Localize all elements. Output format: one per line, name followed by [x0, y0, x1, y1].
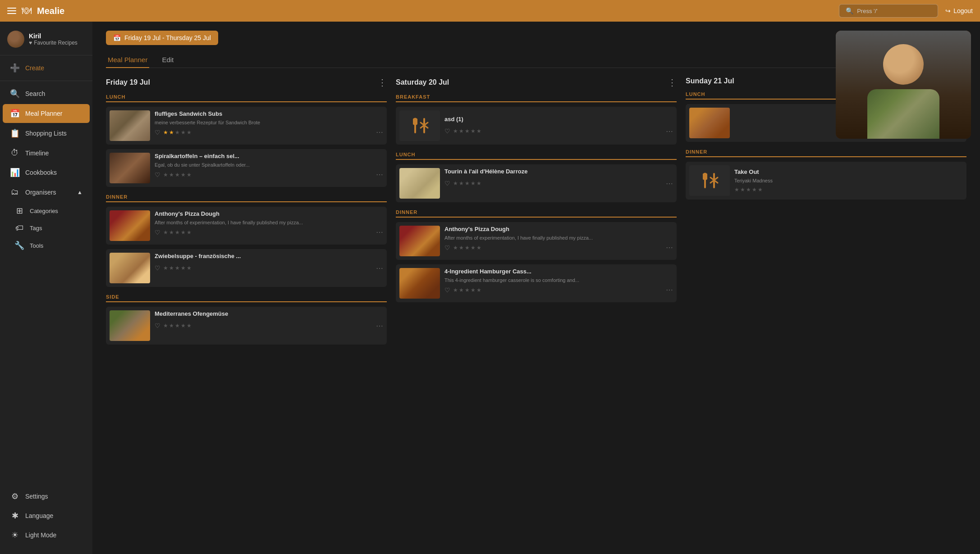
date-range-bar[interactable]: 📅 Friday 19 Jul - Thursday 25 Jul: [106, 31, 218, 45]
star-4: ★: [471, 180, 476, 186]
recipe-card-takeout[interactable]: Take Out Teriyaki Madness ★ ★ ★ ★ ★: [686, 162, 966, 200]
friday-lunch-label: LUNCH: [106, 94, 387, 102]
heart-button-zwiebel[interactable]: ♡: [155, 264, 160, 272]
sidebar-bottom: ⚙ Settings ✱ Language ☀ Light Mode: [0, 486, 92, 549]
heart-button-tourin[interactable]: ♡: [444, 180, 450, 187]
saturday-menu-button[interactable]: ⋮: [668, 77, 677, 88]
star-5: ★: [187, 229, 192, 236]
more-button-spiral[interactable]: ⋯: [376, 170, 383, 179]
menu-icon[interactable]: [7, 8, 16, 14]
recipe-desc-takeout: Teriyaki Madness: [734, 177, 963, 184]
more-button-tourin[interactable]: ⋯: [666, 179, 673, 188]
more-button-pizza2[interactable]: ⋯: [666, 243, 673, 252]
star-5: ★: [187, 322, 192, 329]
friday-lunch: LUNCH fluffiges Sandwich Subs meine verb…: [106, 94, 387, 187]
heart-button-pizza[interactable]: ♡: [155, 229, 160, 236]
more-button-asd[interactable]: ⋯: [666, 127, 673, 136]
sidebar-item-shopping-lists[interactable]: 📋 Shopping Lists: [3, 124, 90, 143]
recipe-info-zwiebel: Zwiebelsuppe - französische ... ♡ ★ ★ ★ …: [155, 253, 383, 283]
sidebar-item-meal-planner[interactable]: 📅 Meal Planner: [3, 104, 90, 123]
organisers-icon: 🗂: [10, 187, 20, 197]
star-5: ★: [187, 265, 192, 271]
tab-meal-planner[interactable]: Meal Planner: [106, 52, 149, 68]
recipe-thumb-hamburger: [399, 268, 440, 299]
heart-button-asd[interactable]: ♡: [444, 127, 450, 135]
shopping-lists-icon: 📋: [10, 128, 20, 138]
settings-icon: ⚙: [10, 491, 20, 501]
sidebar-item-tools[interactable]: 🔧 Tools: [7, 237, 90, 254]
organisers-submenu: ⊞ Categories 🏷 Tags 🔧 Tools: [0, 202, 92, 254]
sidebar-item-light-mode[interactable]: ☀ Light Mode: [3, 526, 90, 545]
recipe-card-pizza[interactable]: Anthony's Pizza Dough After months of ex…: [106, 207, 387, 245]
tab-edit[interactable]: Edit: [160, 52, 175, 68]
language-icon: ✱: [10, 511, 20, 521]
recipe-info-sandwich: fluffiges Sandwich Subs meine verbessert…: [155, 110, 383, 141]
recipe-info-takeout: Take Out Teriyaki Madness ★ ★ ★ ★ ★: [734, 168, 963, 192]
create-icon: ➕: [10, 63, 20, 73]
heart-button-mediter[interactable]: ♡: [155, 322, 160, 329]
friday-menu-button[interactable]: ⋮: [378, 77, 387, 88]
categories-icon: ⊞: [14, 206, 24, 216]
recipe-actions-pizza2: ♡ ★ ★ ★ ★ ★ ⋯: [444, 243, 673, 252]
recipe-card-mediter[interactable]: Mediterranes Ofengemüse ♡ ★ ★ ★ ★ ★: [106, 307, 387, 345]
sunday-dinner: DINNER Take Out: [686, 149, 966, 200]
recipe-thumb-pizza2: [399, 226, 440, 256]
global-search-bar[interactable]: 🔍 Press '/': [839, 4, 938, 18]
meal-planner-icon: 📅: [10, 109, 20, 118]
light-mode-icon: ☀: [10, 530, 20, 540]
recipe-card-pizza2[interactable]: Anthony's Pizza Dough After months of ex…: [396, 222, 677, 260]
heart-button-sandwich[interactable]: ♡: [155, 129, 160, 136]
recipe-card-spiral[interactable]: Spiralkartoffeln – einfach sel... Egal, …: [106, 149, 387, 187]
more-button-zwiebel[interactable]: ⋯: [376, 264, 383, 272]
more-button-pizza[interactable]: ⋯: [376, 228, 383, 236]
recipe-card-tourin[interactable]: Tourin à l'ail d'Hélène Darroze ♡ ★ ★ ★ …: [396, 164, 677, 202]
star-2: ★: [459, 245, 464, 251]
recipe-card-zwiebelsuppe[interactable]: Zwiebelsuppe - französische ... ♡ ★ ★ ★ …: [106, 249, 387, 287]
star-1: ★: [163, 322, 168, 329]
star-2: ★: [169, 129, 174, 136]
recipe-card-sandwich[interactable]: fluffiges Sandwich Subs meine verbessert…: [106, 107, 387, 145]
sidebar-item-cookbooks[interactable]: 📊 Cookbooks: [3, 163, 90, 182]
star-2: ★: [459, 128, 464, 134]
recipe-title-asd: asd (1): [444, 116, 673, 123]
cookbooks-icon: 📊: [10, 168, 20, 177]
stars-pizza2: ★ ★ ★ ★ ★: [453, 245, 481, 251]
avatar: [7, 31, 24, 48]
sidebar-item-tags[interactable]: 🏷 Tags: [7, 220, 90, 236]
sidebar-item-create[interactable]: ➕ Create: [3, 59, 90, 77]
sidebar-item-language[interactable]: ✱ Language: [3, 506, 90, 525]
logout-button[interactable]: ↪ Logout: [945, 7, 973, 14]
sidebar-item-timeline[interactable]: ⏱ Timeline: [3, 144, 90, 162]
heart-button-pizza2[interactable]: ♡: [444, 244, 450, 251]
sidebar-item-settings[interactable]: ⚙ Settings: [3, 487, 90, 506]
saturday-header: Saturday 20 Jul ⋮: [396, 77, 677, 88]
recipe-info-pizza2: Anthony's Pizza Dough After months of ex…: [444, 226, 673, 256]
stars-asd: ★ ★ ★ ★ ★: [453, 128, 481, 134]
sidebar-item-search[interactable]: 🔍 Search: [3, 84, 90, 103]
star-2: ★: [459, 180, 464, 186]
favourite-recipes-link[interactable]: ♥ Favourite Recipes: [29, 40, 78, 46]
stars-tourin: ★ ★ ★ ★ ★: [453, 180, 481, 186]
heart-button-spiral[interactable]: ♡: [155, 171, 160, 178]
star-3: ★: [175, 172, 180, 178]
more-button-hamburger[interactable]: ⋯: [666, 286, 673, 294]
star-1: ★: [453, 128, 458, 134]
recipe-title-pizza2: Anthony's Pizza Dough: [444, 226, 673, 233]
recipe-actions-spiral: ♡ ★ ★ ★ ★ ★ ⋯: [155, 170, 383, 179]
heart-button-hamburger[interactable]: ♡: [444, 286, 450, 294]
star-2: ★: [740, 186, 745, 193]
saturday-breakfast-label: BREAKFAST: [396, 94, 677, 102]
more-button-mediter[interactable]: ⋯: [376, 322, 383, 330]
sunday-dinner-label: DINNER: [686, 149, 966, 157]
recipe-card-hamburger[interactable]: 4-Ingredient Hamburger Cass... This 4-in…: [396, 264, 677, 302]
recipe-card-asd[interactable]: asd (1) ♡ ★ ★ ★ ★ ★: [396, 107, 677, 145]
recipe-actions-hamburger: ♡ ★ ★ ★ ★ ★ ⋯: [444, 286, 673, 294]
star-3: ★: [746, 186, 751, 193]
recipe-title-pizza: Anthony's Pizza Dough: [155, 210, 383, 218]
more-button-sandwich[interactable]: ⋯: [376, 128, 383, 136]
recipe-actions-asd: ♡ ★ ★ ★ ★ ★ ⋯: [444, 127, 673, 136]
recipe-icon-asd: [399, 110, 440, 141]
sidebar-item-organisers[interactable]: 🗂 Organisers ▲: [3, 183, 90, 201]
recipe-actions-pizza: ♡ ★ ★ ★ ★ ★ ⋯: [155, 228, 383, 236]
sidebar-item-categories[interactable]: ⊞ Categories: [7, 202, 90, 219]
